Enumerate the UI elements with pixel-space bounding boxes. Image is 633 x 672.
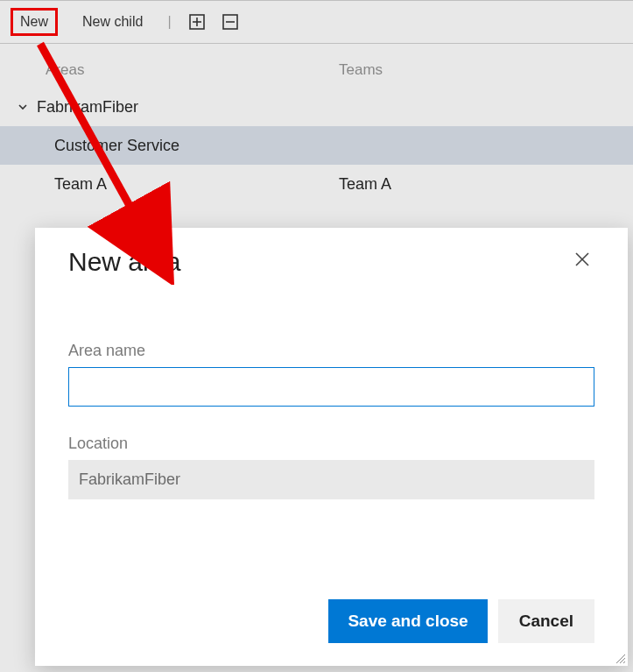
area-name: Customer Service [54, 137, 179, 155]
areas-column-header: Areas [0, 61, 337, 79]
areas-tree: FabrikamFiber Customer Service Team A Te… [0, 88, 633, 203]
area-name-input[interactable] [68, 367, 594, 407]
toolbar: New New child | [0, 0, 633, 44]
tree-row[interactable]: Customer Service [0, 126, 633, 165]
area-name: FabrikamFiber [37, 98, 138, 117]
close-icon [574, 251, 590, 267]
new-button[interactable]: New [11, 8, 58, 36]
expand-all-icon[interactable] [189, 14, 205, 30]
close-button[interactable] [570, 247, 594, 272]
tree-row-root[interactable]: FabrikamFiber [0, 88, 633, 126]
cancel-button[interactable]: Cancel [498, 599, 594, 643]
new-child-button[interactable]: New child [75, 11, 150, 33]
dialog-title: New area [68, 247, 180, 277]
svg-line-9 [623, 661, 625, 663]
area-name-label: Area name [68, 342, 594, 360]
teams-column-header: Teams [337, 61, 633, 79]
tree-row[interactable]: Team A Team A [0, 165, 633, 203]
save-and-close-button[interactable]: Save and close [328, 599, 487, 643]
chevron-down-icon[interactable] [16, 100, 30, 114]
area-name: Team A [54, 175, 107, 194]
team-name: Team A [337, 175, 633, 194]
resize-grip-icon[interactable] [614, 652, 626, 664]
column-headers: Areas Teams [0, 44, 633, 88]
location-label: Location [68, 435, 594, 453]
separator: | [167, 14, 171, 30]
collapse-all-icon[interactable] [222, 14, 238, 30]
location-input[interactable] [68, 460, 594, 499]
new-area-dialog: New area Area name Location Save and clo… [35, 228, 628, 666]
